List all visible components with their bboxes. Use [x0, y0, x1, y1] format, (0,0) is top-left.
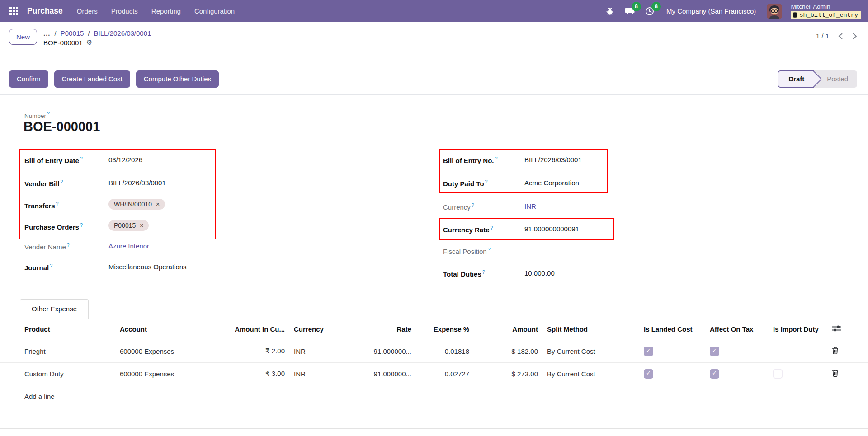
field-label: Duty Paid To?	[443, 179, 524, 188]
column-options	[832, 319, 868, 340]
menu-products[interactable]: Products	[105, 4, 144, 19]
column-rate[interactable]: Rate	[331, 319, 416, 340]
cell-account[interactable]: 600000 Expenses	[120, 340, 222, 362]
compute-other-duties-button[interactable]: Compute Other Duties	[136, 70, 219, 88]
pager-next-button[interactable]	[852, 33, 857, 40]
delete-row-button[interactable]	[832, 347, 839, 354]
column-is-landed-cost[interactable]: Is Landed Cost	[639, 319, 705, 340]
duty-paid-to-input[interactable]: Acme Corporation	[524, 179, 579, 187]
user-name: Mitchell Admin	[791, 3, 830, 10]
help-icon: ?	[67, 242, 70, 248]
cell-rate[interactable]: 91.000000...	[331, 362, 416, 385]
cell-product[interactable]: Frieght	[0, 340, 120, 362]
column-amount[interactable]: Amount	[474, 319, 542, 340]
chevron-left-icon	[838, 33, 843, 40]
vender-bill-input[interactable]: BILL/2026/03/0001	[108, 179, 166, 187]
cell-expense-pct[interactable]: 0.02727	[416, 362, 474, 385]
tab-other-expense[interactable]: Other Expense	[20, 299, 89, 319]
tag-remove-icon[interactable]: ×	[156, 201, 160, 208]
column-amount-in-currency[interactable]: Amount In Cu...	[222, 319, 289, 340]
field-purchase-orders: Purchase Orders? P00015 ×	[24, 222, 149, 231]
column-currency[interactable]: Currency	[289, 319, 331, 340]
database-name: sh_bill_of_entry	[799, 12, 858, 19]
pager-previous-button[interactable]	[838, 33, 843, 40]
help-icon: ?	[47, 111, 50, 116]
table-row[interactable]: Custom Duty 600000 Expenses ₹ 3.00 INR 9…	[0, 362, 868, 385]
menu-reporting[interactable]: Reporting	[146, 4, 187, 19]
breadcrumb-link-bill[interactable]: BILL/2026/03/0001	[94, 29, 151, 37]
cell-currency[interactable]: INR	[289, 340, 331, 362]
add-a-line-link[interactable]: Add a line	[0, 385, 868, 408]
field-label: Bill of Entry No.?	[443, 156, 524, 164]
new-button[interactable]: New	[9, 29, 37, 45]
cell-split-method[interactable]: By Current Cost	[542, 362, 639, 385]
user-avatar[interactable]	[767, 4, 782, 19]
column-split-method[interactable]: Split Method	[542, 319, 639, 340]
user-menu[interactable]: Mitchell Admin sh_bill_of_entry	[791, 3, 861, 19]
column-is-import-duty[interactable]: Is Import Duty	[769, 319, 832, 340]
cell-amount-in-currency[interactable]: ₹ 2.00	[222, 340, 289, 362]
column-account[interactable]: Account	[120, 319, 222, 340]
company-switcher[interactable]: My Company (San Francisco)	[662, 7, 762, 15]
cell-amount[interactable]: $ 273.00	[474, 362, 542, 385]
breadcrumb: ... / P00015 / BILL/2026/03/0001 BOE-000…	[43, 28, 151, 47]
cell-is-import-duty	[769, 340, 832, 362]
confirm-button[interactable]: Confirm	[9, 70, 48, 88]
breadcrumb-link-p00015[interactable]: P00015	[61, 29, 84, 37]
messages-count-badge: 8	[632, 2, 641, 11]
cell-amount-in-currency[interactable]: ₹ 3.00	[222, 362, 289, 385]
cell-amount[interactable]: $ 182.00	[474, 340, 542, 362]
is-landed-cost-checkbox[interactable]	[644, 347, 653, 356]
column-product[interactable]: Product	[0, 319, 120, 340]
bill-of-entry-date-input[interactable]: 03/12/2026	[108, 156, 142, 164]
purchase-orders-tag[interactable]: P00015 ×	[108, 220, 149, 231]
create-landed-cost-button[interactable]: Create Landed Cost	[54, 70, 130, 88]
cell-product[interactable]: Custom Duty	[0, 362, 120, 385]
affect-on-tax-checkbox[interactable]	[710, 347, 719, 356]
number-label: Number?	[24, 111, 50, 119]
trash-icon	[832, 369, 839, 377]
is-landed-cost-checkbox[interactable]	[644, 369, 653, 379]
help-icon: ?	[495, 156, 498, 161]
avatar-image	[767, 4, 782, 19]
apps-grid-icon[interactable]	[6, 4, 22, 19]
menu-orders[interactable]: Orders	[71, 4, 104, 19]
transfers-tag[interactable]: WH/IN/00010 ×	[108, 199, 165, 210]
activities-count-badge: 8	[651, 2, 661, 11]
cell-currency[interactable]: INR	[289, 362, 331, 385]
column-affect-on-tax[interactable]: Affect On Tax	[705, 319, 769, 340]
cell-rate[interactable]: 91.000000...	[331, 340, 416, 362]
top-navbar: Purchase Orders Products Reporting Confi…	[0, 0, 868, 22]
breadcrumb-ellipsis[interactable]: ...	[43, 29, 51, 37]
app-name[interactable]: Purchase	[24, 6, 69, 16]
column-expense-pct[interactable]: Expense %	[416, 319, 474, 340]
breadcrumb-separator: /	[88, 29, 90, 37]
bill-of-entry-no-input[interactable]: BILL/2026/03/0001	[524, 156, 582, 164]
tag-remove-icon[interactable]: ×	[140, 222, 143, 229]
cell-account[interactable]: 600000 Expenses	[120, 362, 222, 385]
table-row[interactable]: Frieght 600000 Expenses ₹ 2.00 INR 91.00…	[0, 340, 868, 362]
expense-lines-table: Product Account Amount In Cu... Currency…	[0, 319, 868, 408]
optional-columns-button[interactable]	[832, 325, 841, 332]
help-icon: ?	[50, 263, 52, 268]
delete-row-button[interactable]	[832, 369, 839, 377]
activities-icon-button[interactable]: 8	[642, 4, 657, 19]
affect-on-tax-checkbox[interactable]	[710, 369, 719, 379]
help-icon: ?	[80, 222, 83, 228]
gear-icon[interactable]: ⚙	[86, 38, 92, 47]
cell-split-method[interactable]: By Current Cost	[542, 340, 639, 362]
field-label: Total Duties?	[443, 269, 524, 278]
field-bill-of-entry-date: Bill of Entry Date? 03/12/2026	[24, 156, 142, 164]
currency-rate-input[interactable]: 91.000000000091	[524, 225, 579, 233]
currency-link[interactable]: INR	[524, 202, 536, 210]
menu-configuration[interactable]: Configuration	[189, 4, 241, 19]
status-draft[interactable]: Draft	[778, 70, 814, 88]
messages-icon-button[interactable]: 8	[622, 4, 637, 19]
journal-input[interactable]: Miscellaneous Operations	[108, 263, 187, 271]
breadcrumb-current-record: BOE-000001	[43, 39, 83, 47]
debug-bug-icon[interactable]	[602, 4, 618, 19]
cell-is-import-duty	[769, 362, 832, 385]
vender-name-link[interactable]: Azure Interior	[108, 242, 149, 250]
cell-expense-pct[interactable]: 0.01818	[416, 340, 474, 362]
is-import-duty-checkbox[interactable]	[773, 369, 783, 379]
